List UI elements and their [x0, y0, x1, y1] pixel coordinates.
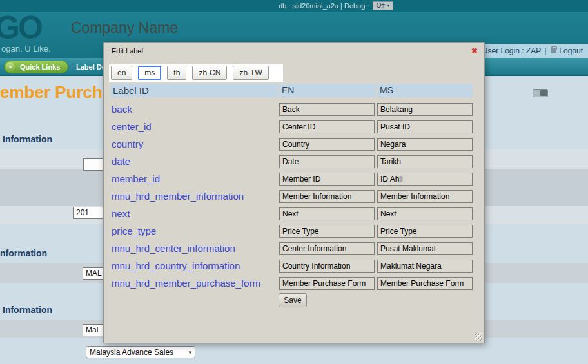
ms-input[interactable]: [377, 277, 473, 290]
db-debug-text: db : std20mini_a2a | Debug : Off ▾: [279, 0, 393, 12]
ms-input[interactable]: [377, 173, 473, 186]
column-header-en: EN: [279, 84, 376, 97]
table-row: back: [110, 101, 473, 118]
lock-icon: [551, 48, 556, 53]
edit-label-dialog: Edit Label ✖ enmsthzh-CNzh-TW Label ID E…: [103, 42, 485, 343]
table-row: country: [110, 135, 473, 153]
en-input[interactable]: [279, 260, 375, 273]
dialog-titlebar[interactable]: Edit Label ✖: [104, 43, 484, 59]
table-row: center_id: [110, 118, 473, 135]
ms-input[interactable]: [377, 190, 473, 203]
label-table-header: Label ID EN MS: [110, 84, 473, 97]
sales-type-value: Malaysia Advance Sales: [90, 348, 173, 357]
code-input-fragment[interactable]: MAL: [83, 267, 104, 280]
debug-select-value: Off: [376, 0, 384, 12]
page-title: ember Purcha: [0, 82, 112, 102]
nav-item-label-details[interactable]: Label De: [76, 58, 106, 76]
logo-tagline: ogan. U Like.: [1, 44, 51, 53]
company-name: Company Name: [71, 19, 178, 37]
table-row: next: [110, 205, 473, 222]
panel-toggle-icon[interactable]: [533, 89, 548, 97]
label-id-link[interactable]: mnu_hrd_center_information: [110, 243, 279, 254]
tab-ms[interactable]: ms: [138, 66, 161, 80]
label-id-link[interactable]: next: [110, 208, 279, 219]
en-input[interactable]: [279, 120, 375, 133]
ms-input[interactable]: [377, 242, 473, 255]
en-input[interactable]: [279, 207, 375, 220]
language-tabs: enmsthzh-CNzh-TW: [109, 64, 283, 82]
label-table-rows: backcenter_idcountrydatemember_idmnu_hrd…: [110, 101, 473, 292]
label-id-link[interactable]: member_id: [110, 173, 279, 184]
double-arrow-icon: »: [6, 62, 15, 72]
table-row: mnu_hrd_member_information: [110, 187, 473, 205]
tab-zh-CN[interactable]: zh-CN: [192, 66, 227, 80]
form-input-fragment[interactable]: [83, 158, 104, 171]
column-header-ms: MS: [377, 84, 473, 97]
label-id-link[interactable]: price_type: [110, 225, 279, 236]
close-icon[interactable]: ✖: [471, 46, 478, 55]
quick-links-label: Quick Links: [20, 63, 60, 71]
en-input[interactable]: [279, 173, 375, 186]
ms-input[interactable]: [377, 138, 473, 151]
en-input[interactable]: [279, 138, 375, 151]
label-id-link[interactable]: center_id: [110, 121, 279, 132]
label-id-link[interactable]: back: [110, 104, 279, 115]
logo: GO: [0, 12, 41, 46]
db-label: db : std20mini_a2a | Debug :: [279, 0, 369, 12]
ms-input[interactable]: [377, 103, 473, 116]
table-row: mnu_hrd_member_purchase_form: [110, 274, 473, 292]
en-input[interactable]: [279, 190, 375, 203]
table-row: mnu_hrd_country_information: [110, 257, 473, 274]
tab-th[interactable]: th: [167, 66, 186, 80]
table-row: price_type: [110, 222, 473, 240]
label-id-link[interactable]: mnu_hrd_country_information: [110, 260, 279, 271]
logout-link[interactable]: Logout: [559, 46, 583, 55]
resize-handle[interactable]: [475, 333, 482, 341]
toggle-knob: [540, 90, 547, 96]
chevron-down-icon: ▾: [188, 349, 191, 356]
column-header-label-id: Label ID: [110, 84, 278, 97]
user-login-text: User Login : ZAP: [482, 46, 541, 55]
top-status-bar: db : std20mini_a2a | Debug : Off ▾: [0, 0, 588, 12]
section-heading: Information: [3, 305, 52, 315]
en-input[interactable]: [279, 103, 375, 116]
section-heading: Information: [3, 134, 52, 144]
save-button[interactable]: Save: [279, 293, 307, 307]
ms-input[interactable]: [377, 155, 473, 168]
chevron-down-icon: ▾: [387, 0, 390, 12]
tab-en[interactable]: en: [111, 66, 132, 80]
debug-select[interactable]: Off ▾: [373, 1, 393, 10]
label-id-link[interactable]: mnu_hrd_member_purchase_form: [110, 278, 279, 289]
ms-input[interactable]: [377, 207, 473, 220]
section-heading: nformation: [0, 248, 47, 258]
ms-input[interactable]: [377, 260, 473, 273]
tab-zh-TW[interactable]: zh-TW: [233, 66, 268, 80]
en-input[interactable]: [279, 155, 375, 168]
label-id-link[interactable]: date: [110, 156, 279, 167]
label-id-link[interactable]: mnu_hrd_member_information: [110, 191, 279, 202]
userbar-separator: |: [544, 46, 546, 55]
label-id-link[interactable]: country: [110, 139, 279, 149]
date-input-fragment[interactable]: 201: [73, 207, 103, 219]
sales-type-select[interactable]: Malaysia Advance Sales ▾: [86, 346, 195, 358]
en-input[interactable]: [279, 242, 375, 255]
table-row: date: [110, 153, 473, 170]
table-row: mnu_hrd_center_information: [110, 240, 473, 257]
en-input[interactable]: [279, 225, 375, 238]
table-row: member_id: [110, 170, 473, 187]
en-input[interactable]: [279, 277, 375, 290]
quick-links-button[interactable]: » Quick Links: [4, 61, 68, 73]
ms-input[interactable]: [377, 120, 473, 133]
ms-input[interactable]: [377, 225, 473, 238]
dialog-title: Edit Label: [112, 43, 143, 59]
name-input-fragment[interactable]: Mal: [83, 324, 104, 336]
